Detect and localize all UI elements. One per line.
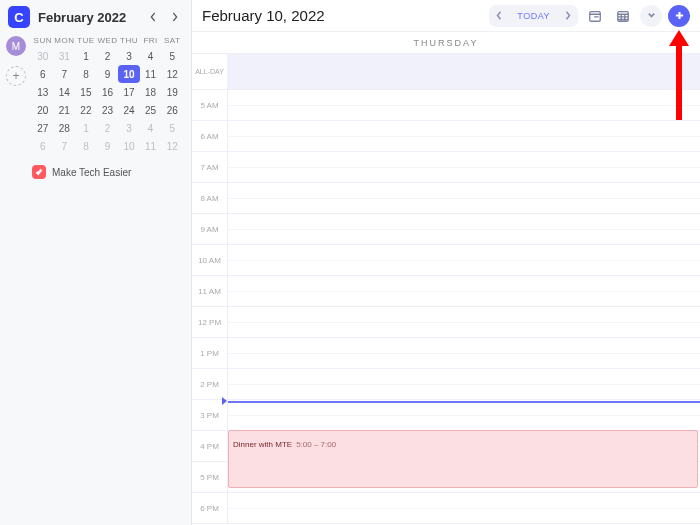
hour-label: 9 AM bbox=[192, 214, 228, 244]
hour-row[interactable]: 9 AM bbox=[192, 214, 700, 245]
hour-cell[interactable] bbox=[228, 276, 700, 306]
mini-day-cell[interactable]: 19 bbox=[161, 83, 183, 101]
hour-row[interactable]: 10 AM bbox=[192, 245, 700, 276]
mini-day-cell[interactable]: 1 bbox=[75, 119, 97, 137]
next-month-button[interactable] bbox=[167, 9, 183, 25]
weekday-header: THURSDAY bbox=[192, 32, 700, 54]
mini-day-cell[interactable]: 17 bbox=[118, 83, 140, 101]
mini-day-cell[interactable]: 16 bbox=[97, 83, 119, 101]
mini-day-cell[interactable]: 28 bbox=[54, 119, 76, 137]
mini-day-cell[interactable]: 30 bbox=[32, 47, 54, 65]
calendar-item[interactable]: Make Tech Easier bbox=[32, 165, 183, 179]
next-day-button[interactable] bbox=[558, 11, 578, 20]
hour-cell[interactable] bbox=[228, 400, 700, 430]
mini-day-cell[interactable]: 4 bbox=[140, 47, 162, 65]
mini-day-cell[interactable]: 2 bbox=[97, 119, 119, 137]
add-event-button[interactable] bbox=[668, 5, 690, 27]
hour-row[interactable]: 2 PM bbox=[192, 369, 700, 400]
hour-cell[interactable] bbox=[228, 214, 700, 244]
mini-calendar-weekdays: SUNMONTUEWEDTHUFRISAT bbox=[8, 36, 183, 45]
day-view-icon[interactable] bbox=[584, 5, 606, 27]
mini-day-cell[interactable]: 10 bbox=[118, 65, 140, 83]
hour-cell[interactable] bbox=[228, 183, 700, 213]
account-avatar[interactable]: M bbox=[6, 36, 26, 56]
hour-cell[interactable] bbox=[228, 90, 700, 120]
mini-day-cell[interactable]: 21 bbox=[54, 101, 76, 119]
hour-row[interactable]: 7 AM bbox=[192, 152, 700, 183]
hour-row[interactable]: 1 PM bbox=[192, 338, 700, 369]
mini-day-cell[interactable]: 26 bbox=[161, 101, 183, 119]
mini-day-cell[interactable]: 9 bbox=[97, 65, 119, 83]
hour-cell[interactable] bbox=[228, 493, 700, 523]
month-view-icon[interactable] bbox=[612, 5, 634, 27]
mini-day-cell[interactable]: 20 bbox=[32, 101, 54, 119]
mini-day-cell[interactable]: 25 bbox=[140, 101, 162, 119]
mini-day-cell[interactable]: 11 bbox=[140, 137, 162, 155]
mini-day-cell[interactable]: 1 bbox=[75, 47, 97, 65]
hour-cell[interactable] bbox=[228, 121, 700, 151]
hour-row[interactable]: 6 PM bbox=[192, 493, 700, 524]
mini-day-cell[interactable]: 12 bbox=[161, 65, 183, 83]
mini-day-cell[interactable]: 8 bbox=[75, 65, 97, 83]
mini-day-cell[interactable]: 22 bbox=[75, 101, 97, 119]
hour-label: 4 PM bbox=[192, 431, 228, 461]
mini-day-cell[interactable]: 7 bbox=[54, 65, 76, 83]
hour-row[interactable]: 11 AM bbox=[192, 276, 700, 307]
hour-cell[interactable] bbox=[228, 152, 700, 182]
mini-day-cell[interactable]: 23 bbox=[97, 101, 119, 119]
time-grid[interactable]: 5 AM6 AM7 AM8 AM9 AM10 AM11 AM12 PM1 PM2… bbox=[192, 90, 700, 525]
weekday-abbrev: WED bbox=[97, 36, 119, 45]
hour-row[interactable]: 6 AM bbox=[192, 121, 700, 152]
prev-month-button[interactable] bbox=[145, 9, 161, 25]
hour-label: 8 AM bbox=[192, 183, 228, 213]
hour-row[interactable]: 3 PM bbox=[192, 400, 700, 431]
mini-day-cell[interactable]: 6 bbox=[32, 65, 54, 83]
mini-day-cell[interactable]: 7 bbox=[54, 137, 76, 155]
mini-day-cell[interactable]: 24 bbox=[118, 101, 140, 119]
current-time-marker-icon bbox=[222, 397, 227, 405]
hour-cell[interactable] bbox=[228, 338, 700, 368]
hour-label: 11 AM bbox=[192, 276, 228, 306]
mini-day-cell[interactable]: 31 bbox=[54, 47, 76, 65]
mini-day-cell[interactable]: 27 bbox=[32, 119, 54, 137]
mini-day-cell[interactable]: 5 bbox=[161, 47, 183, 65]
current-date-heading: February 10, 2022 bbox=[202, 7, 325, 24]
account-column: M + bbox=[6, 36, 26, 86]
mini-day-cell[interactable]: 12 bbox=[161, 137, 183, 155]
mini-day-cell[interactable]: 5 bbox=[161, 119, 183, 137]
prev-day-button[interactable] bbox=[489, 11, 509, 20]
mini-day-cell[interactable]: 9 bbox=[97, 137, 119, 155]
calendar-event[interactable]: Dinner with MTE5:00 – 7:00 bbox=[228, 430, 698, 488]
mini-day-cell[interactable]: 11 bbox=[140, 65, 162, 83]
hour-cell[interactable] bbox=[228, 245, 700, 275]
hour-row[interactable]: 5 AM bbox=[192, 90, 700, 121]
allday-row: ALL-DAY bbox=[192, 54, 700, 90]
hour-label: 5 PM bbox=[192, 462, 228, 492]
allday-slot[interactable] bbox=[228, 54, 700, 89]
mini-day-cell[interactable]: 10 bbox=[118, 137, 140, 155]
mini-day-cell[interactable]: 13 bbox=[32, 83, 54, 101]
mini-day-cell[interactable]: 3 bbox=[118, 47, 140, 65]
mini-day-cell[interactable]: 2 bbox=[97, 47, 119, 65]
mini-day-cell[interactable]: 14 bbox=[54, 83, 76, 101]
mini-day-cell[interactable]: 4 bbox=[140, 119, 162, 137]
hour-row[interactable]: 12 PM bbox=[192, 307, 700, 338]
add-account-button[interactable]: + bbox=[6, 66, 26, 86]
hour-row[interactable]: 8 AM bbox=[192, 183, 700, 214]
mini-day-cell[interactable]: 15 bbox=[75, 83, 97, 101]
today-button[interactable]: TODAY bbox=[509, 11, 558, 21]
calendar-checkbox[interactable] bbox=[32, 165, 46, 179]
calendar-name: Make Tech Easier bbox=[52, 167, 131, 178]
mini-day-cell[interactable]: 6 bbox=[32, 137, 54, 155]
more-menu-button[interactable] bbox=[640, 5, 662, 27]
hour-label: 7 AM bbox=[192, 152, 228, 182]
allday-label: ALL-DAY bbox=[192, 54, 228, 89]
mini-day-cell[interactable]: 8 bbox=[75, 137, 97, 155]
mini-day-cell[interactable]: 18 bbox=[140, 83, 162, 101]
hour-cell[interactable] bbox=[228, 369, 700, 399]
hour-cell[interactable] bbox=[228, 307, 700, 337]
mini-day-cell[interactable]: 3 bbox=[118, 119, 140, 137]
mini-calendar[interactable]: 3031123456789101112131415161718192021222… bbox=[8, 47, 183, 155]
weekday-abbrev: TUE bbox=[75, 36, 97, 45]
app-icon[interactable]: C bbox=[8, 6, 30, 28]
